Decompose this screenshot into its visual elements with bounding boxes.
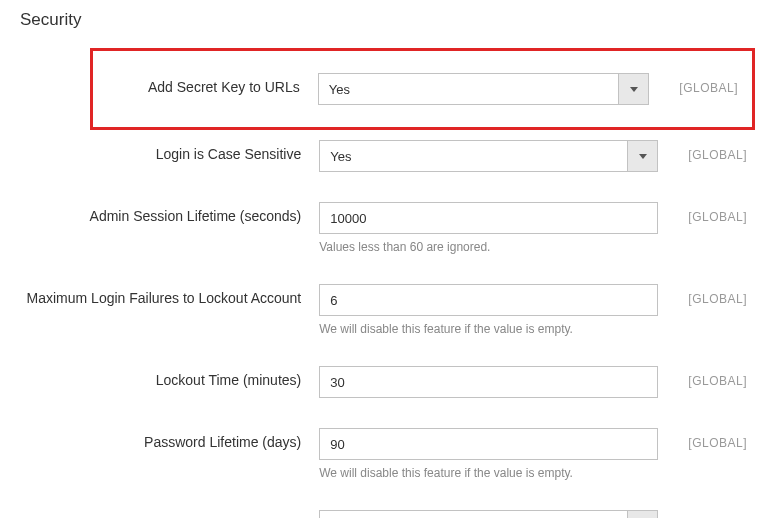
case-sensitive-select[interactable]: Yes <box>319 140 658 172</box>
chevron-down-icon <box>639 154 647 159</box>
scope-label: [GLOBAL] <box>658 202 747 224</box>
field-password-change: Password Change Forced [GLOBAL] <box>20 510 747 518</box>
select-toggle[interactable] <box>618 74 648 104</box>
select-toggle[interactable] <box>627 141 657 171</box>
session-lifetime-input[interactable] <box>319 202 658 234</box>
field-hint: We will disable this feature if the valu… <box>319 466 658 480</box>
select-value: Yes <box>319 82 619 97</box>
field-label: Lockout Time (minutes) <box>20 366 319 388</box>
highlighted-row: Add Secret Key to URLs Yes [GLOBAL] <box>90 48 755 130</box>
select-toggle[interactable] <box>627 511 657 518</box>
lockout-time-input[interactable] <box>319 366 658 398</box>
section-title: Security <box>20 10 747 30</box>
field-secret-key: Add Secret Key to URLs Yes [GLOBAL] <box>93 73 738 105</box>
field-label: Admin Session Lifetime (seconds) <box>20 202 319 224</box>
field-label: Password Lifetime (days) <box>20 428 319 450</box>
field-lockout-time: Lockout Time (minutes) [GLOBAL] <box>20 366 747 398</box>
scope-label: [GLOBAL] <box>658 284 747 306</box>
field-session-lifetime: Admin Session Lifetime (seconds) Values … <box>20 202 747 254</box>
scope-label: [GLOBAL] <box>658 428 747 450</box>
field-label: Password Change <box>20 510 319 518</box>
field-password-lifetime: Password Lifetime (days) We will disable… <box>20 428 747 480</box>
field-hint: Values less than 60 are ignored. <box>319 240 658 254</box>
field-label: Login is Case Sensitive <box>20 140 319 162</box>
scope-label: [GLOBAL] <box>658 366 747 388</box>
field-label: Maximum Login Failures to Lockout Accoun… <box>20 284 319 306</box>
scope-label: [GLOBAL] <box>649 73 738 95</box>
field-hint: We will disable this feature if the valu… <box>319 322 658 336</box>
scope-label: [GLOBAL] <box>658 140 747 162</box>
field-max-failures: Maximum Login Failures to Lockout Accoun… <box>20 284 747 336</box>
max-failures-input[interactable] <box>319 284 658 316</box>
password-change-select[interactable]: Forced <box>319 510 658 518</box>
field-label: Add Secret Key to URLs <box>93 73 318 95</box>
chevron-down-icon <box>630 87 638 92</box>
scope-label: [GLOBAL] <box>658 510 747 518</box>
secret-key-select[interactable]: Yes <box>318 73 650 105</box>
password-lifetime-input[interactable] <box>319 428 658 460</box>
field-case-sensitive: Login is Case Sensitive Yes [GLOBAL] <box>20 140 747 172</box>
select-value: Yes <box>320 149 627 164</box>
